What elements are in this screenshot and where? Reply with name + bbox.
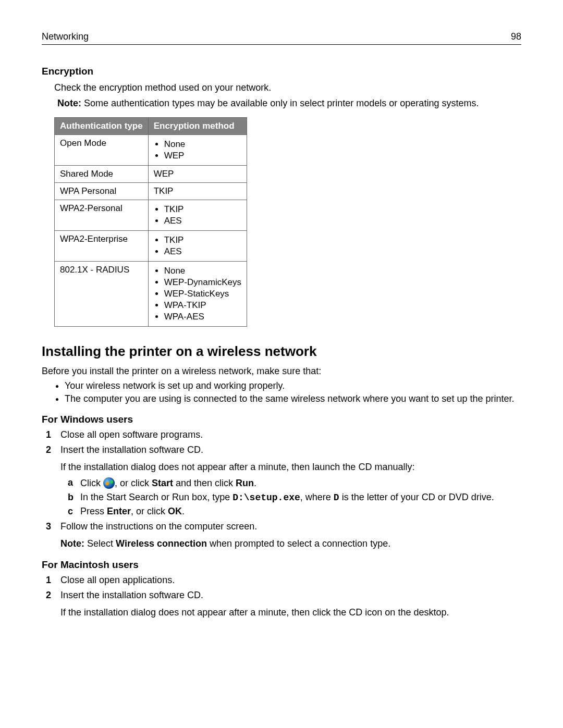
note-text: Select [87, 538, 116, 549]
step-text: Insert the installation software CD. [60, 590, 203, 600]
install-intro: Before you install the printer on a wire… [42, 365, 521, 377]
encryption-intro: Check the encryption method used on your… [54, 81, 521, 94]
step-item: 1 Close all open software programs. [46, 429, 521, 440]
substep-text: In the Start Search or Run box, type [80, 492, 232, 502]
note-label: Note: [60, 538, 84, 549]
substep-text: , or click [131, 506, 168, 516]
method-item: AES [164, 246, 241, 257]
table-row: WPA2-Personal TKIP AES [55, 200, 247, 230]
header-section: Networking [42, 31, 89, 42]
step-text: Follow the instructions on the computer … [60, 521, 257, 532]
substep-text: and then click [173, 478, 236, 488]
substep-item: c Press Enter, or click OK. [68, 506, 521, 517]
method-item: TKIP [164, 204, 241, 215]
table-header-auth: Authentication type [55, 117, 149, 134]
method-item: None [164, 139, 241, 150]
method-item: WPA-TKIP [164, 300, 241, 311]
step-item: 2 Insert the installation software CD. I… [46, 590, 521, 619]
substep-text: Click [80, 478, 103, 488]
auth-cell: WPA2-Personal [55, 200, 149, 230]
substep-item: b In the Start Search or Run box, type D… [68, 492, 521, 503]
install-prereq-list: Your wireless network is set up and work… [54, 380, 521, 404]
bold-text: Start [152, 478, 173, 488]
method-cell: TKIP [148, 182, 247, 200]
step-note: Note: Select Wireless connection when pr… [60, 537, 521, 550]
header-page-number: 98 [511, 31, 521, 42]
bold-text: Run [236, 478, 254, 488]
step-subtext: If the installation dialog does not appe… [60, 461, 521, 473]
substep-text: , or click [115, 478, 152, 488]
windows-heading: For Windows users [42, 414, 521, 425]
bold-text: Wireless connection [116, 538, 207, 549]
method-item: WEP-StaticKeys [164, 289, 241, 299]
code-text: D [334, 492, 339, 503]
code-text: D:\setup.exe [232, 492, 300, 503]
method-cell: TKIP AES [148, 230, 247, 261]
substep-text: Press [80, 506, 107, 516]
method-cell: WEP [148, 165, 247, 182]
mac-steps: 1 Close all open applications. 2 Insert … [46, 575, 521, 619]
method-cell: None WEP [148, 134, 247, 165]
install-heading: Installing the printer on a wireless net… [42, 343, 521, 360]
substep-text: . [254, 478, 256, 488]
step-item: 1 Close all open applications. [46, 575, 521, 586]
method-item: AES [164, 216, 241, 226]
document-page: Networking 98 Encryption Check the encry… [0, 0, 563, 655]
step-text: Insert the installation software CD. [60, 445, 203, 455]
note-text: when prompted to select a connection typ… [207, 538, 390, 549]
method-item: TKIP [164, 235, 241, 245]
encryption-note: Note: Some authentication types may be a… [57, 97, 521, 109]
method-item: WEP-DynamicKeys [164, 277, 241, 288]
list-item: The computer you are using is connected … [65, 393, 521, 404]
table-row: Shared Mode WEP [55, 165, 247, 182]
list-item: Your wireless network is set up and work… [65, 380, 521, 391]
method-cell: None WEP-DynamicKeys WEP-StaticKeys WPA-… [148, 261, 247, 326]
method-item: WEP [164, 151, 241, 161]
step-text: Close all open software programs. [60, 429, 203, 440]
substep-text: is the letter of your CD or DVD drive. [339, 492, 494, 502]
bold-text: OK [168, 506, 182, 516]
method-item: None [164, 266, 241, 276]
bold-text: Enter [107, 506, 131, 516]
note-text: Some authentication types may be availab… [84, 98, 479, 108]
auth-cell: WPA Personal [55, 182, 149, 200]
note-label: Note: [57, 98, 81, 108]
substep-text: , where [300, 492, 334, 502]
method-item: WPA-AES [164, 312, 241, 322]
start-orb-icon [103, 477, 115, 489]
substep-item: a Click , or click Start and then click … [68, 477, 521, 489]
windows-substeps: a Click , or click Start and then click … [68, 477, 521, 517]
step-item: 2 Insert the installation software CD. I… [46, 445, 521, 517]
substep-text: . [182, 506, 185, 516]
table-row: WPA Personal TKIP [55, 182, 247, 200]
table-row: WPA2-Enterprise TKIP AES [55, 230, 247, 261]
table-row: 802.1X - RADIUS None WEP-DynamicKeys WEP… [55, 261, 247, 326]
auth-cell: 802.1X - RADIUS [55, 261, 149, 326]
encryption-heading: Encryption [42, 66, 521, 77]
step-subtext: If the installation dialog does not appe… [60, 606, 521, 619]
auth-cell: Open Mode [55, 134, 149, 165]
mac-heading: For Macintosh users [42, 559, 521, 571]
auth-cell: Shared Mode [55, 165, 149, 182]
step-text: Close all open applications. [60, 575, 175, 585]
windows-steps: 1 Close all open software programs. 2 In… [46, 429, 521, 550]
auth-cell: WPA2-Enterprise [55, 230, 149, 261]
method-cell: TKIP AES [148, 200, 247, 230]
step-item: 3 Follow the instructions on the compute… [46, 521, 521, 550]
encryption-table: Authentication type Encryption method Op… [54, 117, 247, 327]
page-header: Networking 98 [42, 31, 521, 45]
table-header-method: Encryption method [148, 117, 247, 134]
table-row: Open Mode None WEP [55, 134, 247, 165]
